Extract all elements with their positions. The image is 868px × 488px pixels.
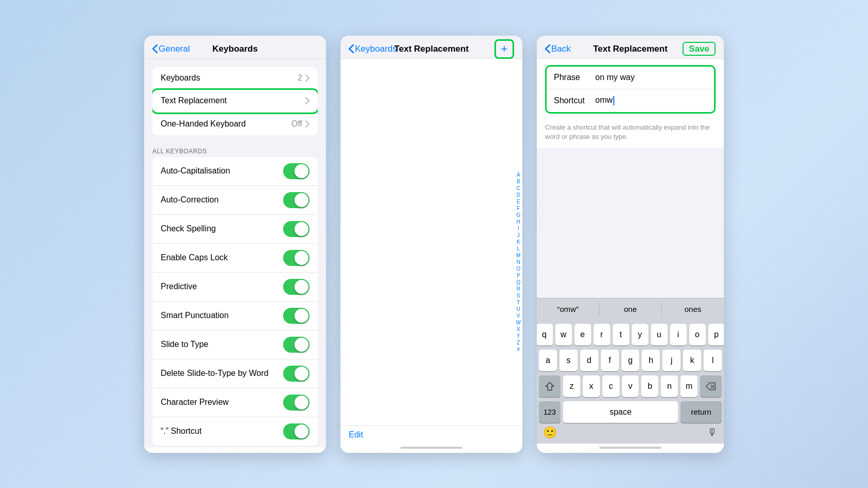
enable-caps-lock-toggle[interactable] [283, 250, 309, 266]
text-replacement-row[interactable]: Text Replacement [152, 90, 318, 113]
slide-to-type-label: Slide to Type [161, 340, 208, 349]
key-w[interactable]: w [555, 324, 572, 345]
predictive-toggle[interactable] [283, 279, 309, 295]
key-n[interactable]: n [661, 375, 678, 397]
one-handed-value: Off [291, 119, 302, 129]
prediction-ones[interactable]: ones [662, 303, 724, 316]
one-handed-label: One-Handed Keyboard [161, 119, 246, 129]
key-s[interactable]: s [560, 350, 578, 371]
back-to-keyboards[interactable]: Keyboards [349, 44, 397, 54]
auto-correction-row[interactable]: Auto-Correction [152, 186, 318, 215]
key-d[interactable]: d [580, 350, 598, 371]
backspace-key[interactable] [700, 375, 722, 397]
character-preview-row[interactable]: Character Preview [152, 388, 318, 417]
check-spelling-toggle[interactable] [283, 221, 309, 237]
key-q[interactable]: q [537, 324, 553, 345]
edit-title: Text Replacement [593, 44, 668, 54]
keyboards-row-right: 2 [298, 73, 309, 83]
key-u[interactable]: u [651, 324, 668, 345]
keyboards-panel: General Keyboards Keyboards 2 [144, 36, 326, 453]
key-m[interactable]: m [680, 375, 698, 397]
all-keyboards-header: ALL KEYBOARDS [144, 145, 326, 157]
keyboards-row[interactable]: Keyboards 2 [152, 67, 318, 90]
alphabet-index: A B C D E F G H I J K L M N O P Q [516, 172, 521, 353]
key-j[interactable]: j [662, 350, 680, 371]
key-y[interactable]: y [632, 324, 648, 345]
key-f[interactable]: f [601, 350, 619, 371]
phrase-row[interactable]: Phrase on my way [547, 67, 714, 89]
plus-icon: + [501, 42, 508, 56]
keyboards-title: Keyboards [212, 44, 258, 54]
key-k[interactable]: k [683, 350, 701, 371]
key-c[interactable]: c [602, 375, 619, 397]
back-from-edit[interactable]: Back [545, 44, 571, 54]
character-preview-toggle[interactable] [283, 395, 309, 411]
predictive-row[interactable]: Predictive [152, 273, 318, 302]
auto-correction-toggle[interactable] [283, 192, 309, 208]
character-preview-label: Character Preview [161, 398, 229, 407]
key-v[interactable]: v [622, 375, 639, 397]
period-shortcut-label: “.” Shortcut [161, 427, 202, 436]
shortcut-field-value: omw [595, 96, 707, 105]
slide-to-type-toggle[interactable] [283, 337, 309, 353]
one-handed-right: Off [291, 119, 309, 129]
all-keyboards-group: Auto-Capitalisation Auto-Correction Chec… [152, 157, 318, 446]
keyboards-group1: Keyboards 2 Text Replacement [152, 67, 318, 135]
microphone-key[interactable]: 🎙 [707, 427, 718, 438]
prediction-omw[interactable]: “omw” [537, 303, 599, 316]
keyboard-bottom-row: 123 space return [539, 401, 722, 423]
check-spelling-row[interactable]: Check Spelling [152, 215, 318, 244]
key-b[interactable]: b [641, 375, 658, 397]
shortcut-row[interactable]: Shortcut omw [547, 89, 714, 112]
key-space[interactable]: space [563, 401, 678, 423]
back-to-general[interactable]: General [152, 44, 190, 54]
save-button[interactable]: Save [683, 42, 716, 56]
home-indicator-edit [599, 447, 661, 449]
period-shortcut-toggle[interactable] [283, 423, 309, 439]
key-t[interactable]: t [613, 324, 629, 345]
key-x[interactable]: x [583, 375, 600, 397]
key-return[interactable]: return [680, 401, 722, 423]
back-from-edit-label: Back [551, 44, 571, 54]
form-spacer [537, 148, 724, 298]
smart-punctuation-toggle[interactable] [283, 308, 309, 324]
text-replacement-label: Text Replacement [161, 96, 227, 105]
key-a[interactable]: a [539, 350, 557, 371]
emoji-key[interactable]: 🙂 [543, 426, 557, 439]
one-handed-keyboard-row[interactable]: One-Handed Keyboard Off [152, 113, 318, 135]
add-text-replacement-button[interactable]: + [494, 39, 514, 59]
period-shortcut-row[interactable]: “.” Shortcut [152, 417, 318, 446]
key-e[interactable]: e [575, 324, 591, 345]
enable-caps-lock-row[interactable]: Enable Caps Lock [152, 244, 318, 273]
key-p[interactable]: p [708, 324, 724, 345]
key-h[interactable]: h [642, 350, 660, 371]
shift-key[interactable] [539, 375, 561, 397]
smart-punctuation-row[interactable]: Smart Punctuation [152, 302, 318, 330]
key-i[interactable]: i [670, 324, 687, 345]
key-123[interactable]: 123 [539, 401, 561, 423]
slide-to-type-row[interactable]: Slide to Type [152, 330, 318, 359]
keyboard-extra-row: 🙂 🎙 [539, 423, 722, 442]
edit-link[interactable]: Edit [340, 426, 522, 444]
auto-capitalisation-row[interactable]: Auto-Capitalisation [152, 157, 318, 186]
back-to-keyboards-label: Keyboards [355, 44, 397, 54]
keyboard-row-1: q w e r t y u i o p [539, 324, 722, 345]
text-replacement-empty-content: A B C D E F G H I J K L M N O P Q [340, 59, 522, 426]
key-l[interactable]: l [704, 350, 722, 371]
keyboards-footnote: Double-tapping the space bar will insert… [144, 446, 326, 447]
auto-correction-label: Auto-Correction [161, 195, 219, 204]
key-o[interactable]: o [689, 324, 706, 345]
shortcut-field-label: Shortcut [554, 96, 595, 105]
delete-slide-toggle[interactable] [283, 366, 309, 382]
enable-caps-lock-label: Enable Caps Lock [161, 253, 228, 262]
predictive-label: Predictive [161, 282, 197, 291]
prediction-one[interactable]: one [599, 303, 662, 316]
auto-cap-toggle[interactable] [283, 163, 309, 179]
edit-nav-bar: Back Text Replacement Save [537, 36, 724, 59]
delete-slide-row[interactable]: Delete Slide-to-Type by Word [152, 359, 318, 388]
key-r[interactable]: r [594, 324, 610, 345]
form-hint: Create a shortcut that will automaticall… [537, 120, 724, 148]
key-g[interactable]: g [622, 350, 640, 371]
back-label: General [159, 44, 190, 54]
key-z[interactable]: z [563, 375, 580, 397]
